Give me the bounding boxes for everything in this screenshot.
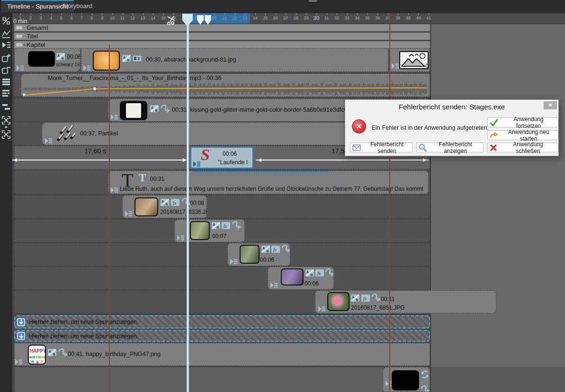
svg-text:fx: fx [273,247,277,252]
photo-thumbnail: HAPPYBIRTHDAY [28,345,46,365]
clip-photo-6336[interactable]: AB fx 00:08 20160817_6336.JPG [122,195,207,218]
clip-schwarz[interactable]: AB 00:06 schwarz 16 zu [14,48,81,72]
clip-laufende-selected[interactable]: S 00:06 "Laufende l [190,147,253,169]
transition-ab-icon[interactable]: AB [212,222,220,229]
drop-target-row-1[interactable]: Hierher ziehen, um neue Spur anzulegen. [14,315,430,329]
clip-abstract-background[interactable]: AB 3 00:30, abstract-background-81.jpg [81,48,388,72]
keyframe-toggle-icon[interactable] [83,65,90,71]
clip-track-end-image[interactable]: 0 [389,48,430,72]
panel-collapse-handle[interactable] [309,0,317,2]
keyframe-toggle-icon[interactable] [391,63,399,69]
playhead-line[interactable] [187,24,189,392]
animation-curve-icon[interactable] [281,245,290,253]
track-minimize-button[interactable] [16,43,22,46]
transition-ab-icon[interactable]: AB [150,105,159,112]
rotation-icon[interactable] [421,370,429,379]
transition-ab-icon[interactable]: AB [56,53,65,60]
keyframe-toggle-icon[interactable] [230,258,237,265]
envelope-start-handle [23,93,26,96]
remove-object-icon[interactable] [1,65,11,77]
effects-fx-icon[interactable]: fx [222,222,230,229]
photo-thumbnail [190,221,210,240]
clip-photo-2[interactable]: AB fx 00:07 [174,219,245,242]
transition-ab-icon[interactable]: AB [48,349,56,356]
add-object-icon[interactable] [1,53,11,65]
clip-photo-6851[interactable]: AB fx 00:11 20160817_6851.JPG [315,290,496,313]
transition-ab-icon[interactable]: AB [305,269,314,276]
clip-happy-birthday[interactable]: HAPPYBIRTHDAY AB 00:41, happy_birthday_P… [14,343,430,366]
svg-text:B: B [53,353,55,356]
mute-cut-object-icon[interactable] [1,16,11,28]
transition-ab-icon[interactable]: AB [261,246,270,253]
continue-app-button[interactable]: Anwendung fortsetzen [487,117,558,127]
tab-separator [93,3,93,10]
drop-target-label: Hierher ziehen, um neue Spur anzulegen. [29,319,138,325]
clip-photo-4[interactable]: AB fx 00:06 [268,267,334,290]
keyframe-toggle-icon[interactable] [110,187,118,193]
clip-duration: 00:06 [260,257,274,263]
transition-ab-icon[interactable]: AB [351,294,359,302]
tracks-view-icon[interactable] [1,78,11,90]
keyframe-toggle-icon[interactable] [270,282,278,288]
restart-app-button[interactable]: Anwendung neu starten [487,130,558,140]
clip-thumbnail-black [28,51,55,67]
animation-curve-icon[interactable] [58,348,68,356]
clip-duration-partial: 0 [425,63,429,70]
track-header-label: Titel [27,33,38,40]
animation-curve-icon[interactable] [161,105,170,113]
timeline-ruler[interactable]: 1234567891011121314151617181920212223242… [12,13,565,24]
keyframe-toggle-icon[interactable] [177,235,184,241]
animation-curve-icon[interactable] [325,268,334,276]
track-header-label: Kapitel [27,41,45,48]
keyframe-toggle-icon[interactable] [110,114,118,120]
effects-fx-icon[interactable]: fx [315,269,324,276]
animation-curve-icon[interactable] [421,385,430,392]
animation-curve-icon[interactable] [371,294,381,302]
clip-label: 00:30, abstract-background-81.jpg [146,56,236,63]
duration-span-right [256,160,429,160]
show-report-button[interactable]: Fehlerbericht anzeigen [416,143,484,152]
keyframe-toggle-icon[interactable] [15,359,22,365]
track-header-titel[interactable]: Titel [14,33,430,40]
fit-project-icon[interactable] [1,130,11,142]
keyframe-toggle-icon[interactable] [125,211,132,217]
animation-curve-icon[interactable] [181,198,191,206]
tab-storyboard[interactable]: Storyboard [56,0,98,12]
close-icon[interactable]: ✕ [544,101,557,109]
keyframe-track-icon[interactable] [1,41,11,53]
volume-envelope-icon[interactable] [1,29,11,42]
svg-text:A: A [213,223,215,226]
stagger-objects-icon[interactable] [1,103,11,115]
arrange-objects-icon[interactable] [1,89,11,101]
drop-target-row-2[interactable]: Hierher ziehen, um neue Spur anzulegen. [14,330,430,342]
error-icon: ✕ [352,119,366,134]
keyframe-toggle-icon[interactable] [16,65,24,71]
add-track-arrow-icon [17,318,25,326]
transition-ab-icon[interactable]: AB [122,55,131,62]
transition-ab-icon[interactable]: AB [161,199,169,206]
clip-audio-music[interactable]: Monk_Turner__Fascinoma_-_01_-_Its_Your_B… [21,73,430,97]
animation-curve-icon[interactable] [232,221,241,229]
track-header-gesamt[interactable]: Gesamt [14,24,430,31]
clip-duration: 00:06 [305,280,319,287]
track-header-kapitel[interactable]: Kapitel [14,41,430,48]
effects-fx-icon[interactable]: fx [361,294,370,302]
track-minimize-button[interactable] [16,26,22,29]
keyframe-toggle-icon[interactable] [193,161,200,167]
effects-fx-icon[interactable]: fx [271,246,280,253]
svg-text:B: B [166,203,168,206]
close-app-button[interactable]: Anwendung schließen [487,143,558,152]
clip-photo-3[interactable]: AB fx 00:06 [227,243,290,266]
fit-selection-icon[interactable] [1,116,11,130]
track-minimize-button[interactable] [16,35,22,38]
keyframe-toggle-icon[interactable] [45,138,52,144]
restart-arrow-icon [490,132,498,139]
clip-title-text[interactable]: T T 00:31 Liebe Ruth, auch auf diesem We… [108,170,429,194]
effects-fx-icon[interactable]: fx [171,199,179,206]
duration-span-left [11,160,188,160]
keyframe-toggle-icon[interactable] [318,306,325,312]
chapter-marker-line [109,45,110,392]
svg-text:B: B [127,59,130,62]
title-t-icon: T [139,172,146,184]
send-report-button[interactable]: Fehlerbericht senden [350,143,413,152]
